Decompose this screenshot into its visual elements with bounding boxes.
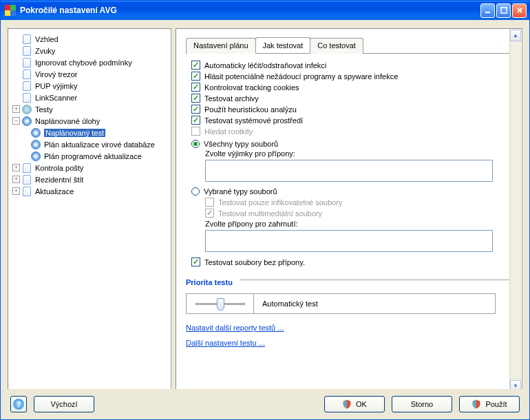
priority-slider[interactable] bbox=[187, 294, 254, 313]
checkbox-multimedia bbox=[205, 209, 214, 218]
toggle-spacer bbox=[12, 94, 20, 101]
radio-selected-types[interactable] bbox=[191, 187, 200, 196]
toggle-spacer bbox=[12, 59, 20, 66]
tab-what[interactable]: Co testovat bbox=[310, 38, 363, 54]
input-exclude-ext[interactable] bbox=[205, 160, 493, 182]
tree-item-label: Naplánované úlohy bbox=[35, 117, 100, 125]
tree-item-label: Virový trezor bbox=[35, 70, 78, 78]
ok-button-label: OK bbox=[356, 400, 367, 408]
scroll-down-icon[interactable]: ▼ bbox=[510, 380, 521, 389]
page-icon bbox=[21, 81, 32, 92]
label-tracking: Kontrolovat tracking cookies bbox=[204, 83, 299, 92]
collapse-icon[interactable]: − bbox=[12, 117, 20, 125]
checkbox-system-env[interactable] bbox=[191, 116, 200, 125]
tree-item[interactable]: +Rezidentní štít bbox=[8, 174, 171, 185]
footer: ? Výchozí OK Storno Použít bbox=[1, 389, 529, 419]
group-priority-title: Priorita testu bbox=[186, 278, 233, 286]
titlebar: Pokročilé nastavení AVG bbox=[1, 1, 529, 20]
checkbox-auto-heal[interactable] bbox=[191, 61, 200, 70]
tree-item[interactable]: −Naplánované úlohy bbox=[8, 115, 171, 127]
slider-thumb-icon[interactable] bbox=[217, 298, 224, 311]
ok-button[interactable]: OK bbox=[324, 396, 385, 412]
tree-item-label: Plán programové aktualizace bbox=[44, 152, 142, 160]
tree-item[interactable]: Plán aktualizace virové databáze bbox=[8, 138, 171, 150]
priority-box: Automatický test bbox=[186, 293, 496, 314]
toggle-spacer bbox=[12, 35, 20, 43]
link-more-settings[interactable]: Další nastavení testu ... bbox=[186, 339, 265, 347]
tree-item[interactable]: LinkScanner bbox=[8, 92, 171, 103]
shield-icon bbox=[342, 399, 352, 409]
default-button[interactable]: Výchozí bbox=[34, 396, 94, 412]
search-icon bbox=[21, 104, 32, 115]
app-icon bbox=[5, 5, 16, 16]
tree-item-label: LinkScanner bbox=[35, 94, 77, 102]
clock-icon bbox=[30, 151, 41, 162]
tree-item[interactable]: Zvuky bbox=[8, 45, 171, 56]
tab-schedule[interactable]: Nastavení plánu bbox=[186, 38, 256, 54]
tree-item[interactable]: +Kontrola pošty bbox=[8, 162, 171, 174]
page-icon bbox=[21, 45, 32, 56]
help-button[interactable]: ? bbox=[10, 396, 27, 412]
tree-item[interactable]: PUP výjimky bbox=[8, 80, 171, 92]
page-icon bbox=[21, 92, 32, 103]
tree-item[interactable]: +Aktualizace bbox=[8, 185, 171, 197]
shield-icon bbox=[471, 399, 481, 409]
checkbox-heuristic[interactable] bbox=[191, 105, 200, 114]
navigation-tree[interactable]: VzhledZvukyIgnorovat chybové podmínkyVir… bbox=[8, 28, 171, 389]
checkbox-archives[interactable] bbox=[191, 94, 200, 103]
label-include-ext: Zvolte přípony pro zahrnutí: bbox=[205, 220, 512, 228]
label-heuristic: Použít heuristickou analýzu bbox=[204, 105, 297, 114]
label-no-ext: Testovat soubory bez přípony. bbox=[204, 258, 305, 266]
label-all-types: Všechny typy souborů bbox=[204, 140, 278, 148]
link-reports[interactable]: Nastavit další reporty testů ... bbox=[186, 324, 284, 332]
tree-item[interactable]: Plán programové aktualizace bbox=[8, 150, 171, 162]
expand-icon[interactable]: + bbox=[12, 176, 20, 183]
clock-icon bbox=[30, 127, 41, 138]
toggle-spacer bbox=[12, 47, 20, 54]
tree-item-label: Testy bbox=[35, 105, 53, 114]
radio-all-types[interactable] bbox=[191, 140, 200, 148]
maximize-button[interactable] bbox=[496, 3, 511, 18]
tree-item[interactable]: Virový trezor bbox=[8, 68, 171, 80]
close-button[interactable] bbox=[512, 3, 527, 18]
clock-icon bbox=[30, 139, 41, 150]
scrollbar[interactable]: ▲ ▼ bbox=[509, 30, 521, 389]
expand-icon[interactable]: + bbox=[12, 187, 20, 195]
expand-icon[interactable]: + bbox=[12, 164, 20, 171]
cancel-button[interactable]: Storno bbox=[392, 396, 452, 412]
checkbox-no-ext[interactable] bbox=[191, 258, 200, 266]
label-selected-types: Vybrané typy souborů bbox=[204, 187, 277, 196]
svg-rect-0 bbox=[485, 12, 490, 13]
tab-how[interactable]: Jak testovat bbox=[255, 37, 311, 53]
tree-item-label: Plán aktualizace virové databáze bbox=[44, 140, 155, 149]
tree-item[interactable]: Vzhled bbox=[8, 33, 171, 45]
label-rootkits: Hledat rootkity bbox=[204, 127, 253, 136]
checkbox-tracking[interactable] bbox=[191, 83, 200, 92]
label-report-pup: Hlásit potenciálně nežádoucí programy a … bbox=[204, 72, 398, 81]
tree-item[interactable]: Ignorovat chybové podmínky bbox=[8, 56, 171, 68]
tree-item-label: PUP výjimky bbox=[35, 82, 78, 90]
expand-icon[interactable]: + bbox=[12, 105, 20, 113]
tree-item-label: Rezidentní štít bbox=[35, 176, 83, 184]
minimize-button[interactable] bbox=[480, 3, 495, 18]
label-multimedia: Testovat multimediální soubory bbox=[218, 209, 322, 218]
scroll-up-icon[interactable]: ▲ bbox=[510, 30, 521, 41]
page-icon bbox=[21, 162, 32, 174]
checkbox-report-pup[interactable] bbox=[191, 72, 200, 81]
tree-item-label: Ignorovat chybové podmínky bbox=[35, 59, 132, 67]
page-icon bbox=[21, 57, 32, 68]
input-include-ext[interactable] bbox=[205, 230, 493, 252]
toggle-spacer bbox=[12, 70, 20, 78]
checkbox-rootkits bbox=[191, 127, 200, 136]
toggle-spacer bbox=[21, 129, 29, 136]
label-infect-only: Testovat pouze infikovatelné soubory bbox=[218, 198, 342, 207]
page-icon bbox=[21, 34, 32, 45]
page-icon bbox=[21, 174, 32, 185]
tree-item[interactable]: +Testy bbox=[8, 103, 171, 115]
window-title: Pokročilé nastavení AVG bbox=[20, 6, 480, 15]
tree-item[interactable]: Naplánovaný test bbox=[8, 127, 171, 138]
apply-button[interactable]: Použít bbox=[459, 396, 520, 412]
tree-item-label: Vzhled bbox=[35, 35, 59, 43]
tree-item-label: Kontrola pošty bbox=[35, 164, 83, 172]
label-auto-heal: Automaticky léčit/odstraňovat infekci bbox=[204, 61, 326, 70]
